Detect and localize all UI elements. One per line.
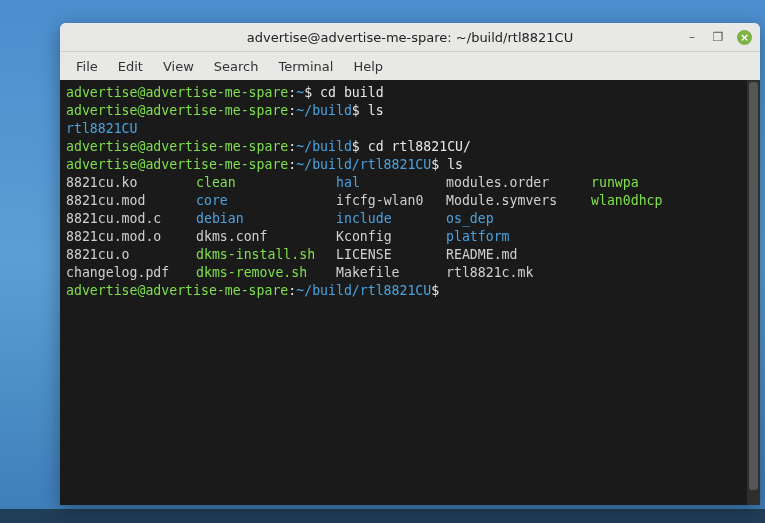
ls-item: LICENSE: [336, 246, 446, 264]
ls-item: changelog.pdf: [66, 264, 196, 282]
ls-item: dkms-install.sh: [196, 246, 336, 264]
command: cd build: [320, 85, 384, 100]
scrollbar-thumb[interactable]: [749, 82, 758, 490]
menubar: File Edit View Search Terminal Help: [60, 52, 760, 80]
ls-item: wlan0dhcp: [591, 192, 741, 210]
prompt-user: advertise@advertise-me-spare: [66, 283, 288, 298]
prompt-dollar: $: [352, 103, 368, 118]
ls-item: clean: [196, 174, 336, 192]
ls-item: [591, 228, 741, 246]
terminal-window: advertise@advertise-me-spare: ~/build/rt…: [60, 23, 760, 505]
ls-item: debian: [196, 210, 336, 228]
prompt-path: ~/build: [296, 139, 352, 154]
ls-item: core: [196, 192, 336, 210]
prompt-path: ~/build/rtl8821CU: [296, 283, 431, 298]
command: cd rtl8821CU/: [368, 139, 471, 154]
terminal-output[interactable]: advertise@advertise-me-spare:~$ cd build…: [60, 80, 747, 505]
ls-item: 8821cu.mod: [66, 192, 196, 210]
ls-item: dkms-remove.sh: [196, 264, 336, 282]
menu-help[interactable]: Help: [343, 55, 393, 78]
prompt-path: ~/build: [296, 103, 352, 118]
terminal-area: advertise@advertise-me-spare:~$ cd build…: [60, 80, 760, 505]
ls-row: 8821cu.modcoreifcfg-wlan0Module.symversw…: [66, 192, 741, 210]
prompt-path: ~/build/rtl8821CU: [296, 157, 431, 172]
ls-row: 8821cu.mod.cdebianincludeos_dep: [66, 210, 741, 228]
maximize-button[interactable]: ❐: [711, 30, 725, 44]
ls-item: 8821cu.o: [66, 246, 196, 264]
titlebar[interactable]: advertise@advertise-me-spare: ~/build/rt…: [60, 23, 760, 52]
window-controls: – ❐ ×: [685, 23, 752, 51]
prompt-dollar: $: [304, 85, 320, 100]
ls-row: 8821cu.odkms-install.shLICENSEREADME.md: [66, 246, 741, 264]
ls-item: 8821cu.ko: [66, 174, 196, 192]
ls-item: include: [336, 210, 446, 228]
close-button[interactable]: ×: [737, 30, 752, 45]
ls-row: changelog.pdfdkms-remove.shMakefilertl88…: [66, 264, 741, 282]
ls-item: Kconfig: [336, 228, 446, 246]
ls-item: platform: [446, 228, 591, 246]
taskbar[interactable]: [0, 509, 765, 523]
prompt-dollar: $: [352, 139, 368, 154]
minimize-button[interactable]: –: [685, 30, 699, 44]
prompt-user: advertise@advertise-me-spare: [66, 85, 288, 100]
ls-item: rtl8821c.mk: [446, 264, 591, 282]
menu-search[interactable]: Search: [204, 55, 269, 78]
scrollbar[interactable]: [747, 80, 760, 505]
ls-item: hal: [336, 174, 446, 192]
prompt-dollar: $: [431, 157, 447, 172]
ls-item: dkms.conf: [196, 228, 336, 246]
ls-item: Module.symvers: [446, 192, 591, 210]
ls-item: 8821cu.mod.c: [66, 210, 196, 228]
ls-item: os_dep: [446, 210, 591, 228]
prompt-user: advertise@advertise-me-spare: [66, 157, 288, 172]
command: ls: [368, 103, 384, 118]
command: ls: [447, 157, 463, 172]
window-title: advertise@advertise-me-spare: ~/build/rt…: [247, 30, 573, 45]
menu-edit[interactable]: Edit: [108, 55, 153, 78]
ls-item: [591, 210, 741, 228]
ls-item: runwpa: [591, 174, 741, 192]
ls-item: 8821cu.mod.o: [66, 228, 196, 246]
ls-item: [591, 246, 741, 264]
menu-terminal[interactable]: Terminal: [268, 55, 343, 78]
ls-output-dir: rtl8821CU: [66, 121, 137, 136]
ls-item: Makefile: [336, 264, 446, 282]
prompt-user: advertise@advertise-me-spare: [66, 103, 288, 118]
prompt-dollar: $: [431, 283, 447, 298]
ls-item: [591, 264, 741, 282]
desktop: advertise@advertise-me-spare: ~/build/rt…: [0, 0, 765, 523]
menu-file[interactable]: File: [66, 55, 108, 78]
ls-item: README.md: [446, 246, 591, 264]
ls-item: modules.order: [446, 174, 591, 192]
ls-row: 8821cu.kocleanhalmodules.orderrunwpa: [66, 174, 741, 192]
ls-row: 8821cu.mod.odkms.confKconfigplatform: [66, 228, 741, 246]
menu-view[interactable]: View: [153, 55, 204, 78]
prompt-user: advertise@advertise-me-spare: [66, 139, 288, 154]
ls-item: ifcfg-wlan0: [336, 192, 446, 210]
